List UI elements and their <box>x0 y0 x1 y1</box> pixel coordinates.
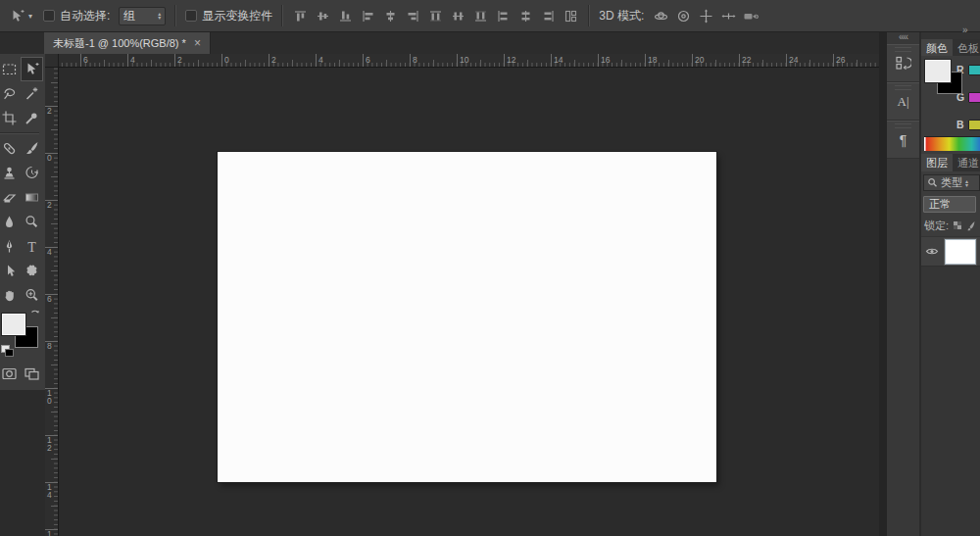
blur-tool[interactable] <box>0 210 21 234</box>
3d-slide-button[interactable] <box>720 8 737 24</box>
path-select-tool[interactable] <box>0 259 21 283</box>
lock-transparency-icon[interactable] <box>953 220 963 231</box>
3d-roll-button[interactable] <box>675 8 692 24</box>
3d-mode-label: 3D 模式: <box>599 8 644 24</box>
paragraph-panel-button[interactable]: ¶ <box>887 121 919 159</box>
panel-foreground-swatch[interactable] <box>925 60 951 82</box>
align-top-button[interactable] <box>292 8 309 24</box>
pen-tool[interactable] <box>0 234 21 259</box>
align-tools-group <box>292 8 579 24</box>
lock-pixels-icon[interactable] <box>967 220 976 231</box>
ruler-number: 6 <box>83 55 88 65</box>
auto-align-button[interactable] <box>563 8 579 24</box>
magic-wand-tool[interactable] <box>21 81 43 106</box>
layers-panel-tab[interactable]: 通道 <box>953 154 980 171</box>
document-tab[interactable]: 未标题-1 @ 100%(RGB/8) * × <box>44 32 211 54</box>
layer-visibility-eye-icon[interactable] <box>925 246 939 258</box>
blend-mode-dropdown[interactable]: 正常 <box>923 196 976 213</box>
crop-tool[interactable] <box>0 106 21 130</box>
dist-bottom-button[interactable] <box>472 8 489 24</box>
default-colors-icon[interactable] <box>1 345 12 355</box>
type-tool[interactable]: T <box>21 234 43 259</box>
canvas[interactable] <box>218 152 716 482</box>
auto-select-mode-value: 组 <box>123 8 135 24</box>
eraser-tool[interactable] <box>0 185 21 210</box>
align-hcenter-button[interactable] <box>382 8 399 24</box>
ruler-number: 24 <box>789 55 798 65</box>
color-panel-tab[interactable]: 色板 <box>953 39 980 56</box>
align-vcenter-button[interactable] <box>315 8 331 24</box>
foreground-color-swatch[interactable] <box>2 314 25 335</box>
ruler-number: 0 <box>47 154 54 162</box>
ruler-number: 0 <box>224 55 229 65</box>
dodge-tool[interactable] <box>21 210 43 234</box>
brush-tool[interactable] <box>21 136 43 161</box>
ruler-number: 18 <box>648 55 657 65</box>
history-panel-button[interactable] <box>887 44 919 82</box>
photoshop-window: ▾ 自动选择: 组 ▴▾ 显示变换控件 3D 模式: » 未标题-1 @ 100… <box>0 0 980 536</box>
color-panel-tab[interactable]: 颜色 <box>921 39 953 56</box>
eyedropper-tool[interactable] <box>21 106 43 130</box>
svg-text:T: T <box>27 240 36 255</box>
channel-slider[interactable] <box>968 120 980 130</box>
auto-select-label: 自动选择: <box>60 8 110 24</box>
swap-colors-icon[interactable] <box>28 310 41 320</box>
layer-item[interactable] <box>921 236 980 267</box>
dist-right-button[interactable] <box>540 8 557 24</box>
blend-mode-value: 正常 <box>929 197 951 212</box>
color-spectrum-ramp[interactable] <box>924 136 980 151</box>
dist-hcenter-button[interactable] <box>517 8 534 24</box>
auto-select-checkbox[interactable] <box>43 10 55 22</box>
hand-tool[interactable] <box>0 283 21 308</box>
healing-brush-tool[interactable] <box>0 136 21 161</box>
lasso-tool[interactable] <box>0 81 21 106</box>
document-tab-bar: 未标题-1 @ 100%(RGB/8) * × <box>0 32 980 54</box>
gradient-tool[interactable] <box>21 185 43 210</box>
panels-column: 颜色色板 RGB 图层通道 类型 ▴▾ 正常 <box>921 32 980 536</box>
layer-thumbnail[interactable] <box>945 239 976 265</box>
move-tool[interactable] <box>21 57 43 81</box>
history-brush-tool[interactable] <box>21 161 43 185</box>
close-tab-icon[interactable]: × <box>194 37 201 49</box>
align-bottom-button[interactable] <box>337 8 354 24</box>
updown-caret-icon: ▴▾ <box>158 12 161 20</box>
search-icon <box>927 177 938 188</box>
layer-filter-dropdown[interactable]: 类型 ▴▾ <box>923 174 980 191</box>
layers-panel-tab[interactable]: 图层 <box>921 154 953 171</box>
panel-divider[interactable] <box>879 32 887 536</box>
channel-label: B <box>956 119 964 130</box>
ruler-number: 6 <box>47 295 54 303</box>
dist-left-button[interactable] <box>495 8 512 24</box>
vertical-ruler[interactable]: 420246810121416 <box>45 68 59 536</box>
ruler-number: 2 <box>177 55 182 65</box>
dist-vcenter-button[interactable] <box>450 8 466 24</box>
custom-shape-tool[interactable] <box>21 259 43 283</box>
ruler-number: 2 <box>47 107 54 115</box>
align-left-button[interactable] <box>360 8 376 24</box>
rect-marquee-tool[interactable] <box>0 57 21 81</box>
expand-dock-icon[interactable]: «« <box>887 32 919 44</box>
quick-mask-button[interactable] <box>0 363 21 384</box>
channel-slider[interactable] <box>968 92 980 103</box>
3d-camera-button[interactable] <box>743 8 760 24</box>
auto-select-mode-dropdown[interactable]: 组 ▴▾ <box>119 7 166 25</box>
screen-mode-button[interactable] <box>21 363 43 384</box>
ruler-number: 6 <box>366 55 370 65</box>
separator <box>174 5 176 26</box>
show-transform-checkbox[interactable] <box>185 10 197 22</box>
ruler-number: 12 <box>47 436 54 452</box>
channel-slider[interactable] <box>968 65 980 75</box>
move-tool-preset[interactable]: ▾ <box>7 7 34 25</box>
3d-orbit-button[interactable] <box>653 8 669 24</box>
3d-pan-button[interactable] <box>698 8 714 24</box>
clone-stamp-tool[interactable] <box>0 161 21 185</box>
horizontal-ruler[interactable]: 64202468101214161820222426 <box>59 54 879 68</box>
dist-top-button[interactable] <box>427 8 444 24</box>
ruler-number: 4 <box>318 55 323 65</box>
zoom-tool[interactable] <box>21 283 43 308</box>
character-panel-button[interactable]: A| <box>887 82 919 121</box>
ruler-number: 22 <box>742 55 751 65</box>
ruler-number: 4 <box>130 55 135 65</box>
align-right-button[interactable] <box>405 8 421 24</box>
ruler-number: 14 <box>47 483 54 499</box>
